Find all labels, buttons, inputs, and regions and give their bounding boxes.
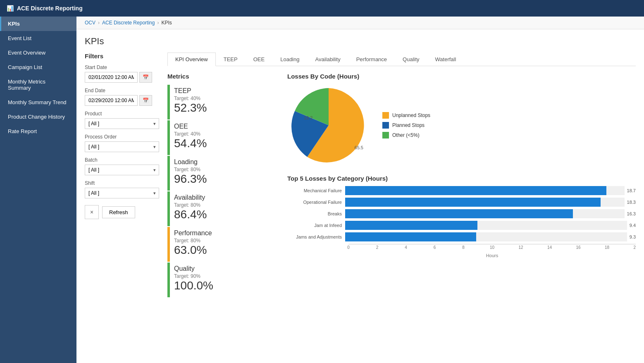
start-date-calendar-button[interactable]: 📅 xyxy=(139,72,152,83)
pie-chart-section: Losses By Code (Hours) xyxy=(287,73,636,167)
metric-info: TEEPTarget: 40%52.3% xyxy=(174,85,279,119)
x-axis-tick: 16 xyxy=(576,245,580,250)
bar-value: 9.4 xyxy=(630,223,636,228)
batch-group: Batch [ All ] xyxy=(85,157,159,175)
breadcrumb-item-2: KPIs xyxy=(161,20,172,26)
metric-name: Loading xyxy=(174,158,279,166)
charts-panel: Losses By Code (Hours) xyxy=(287,73,636,356)
metric-value: 52.3% xyxy=(174,101,279,115)
metric-info: QualityTarget: 90%100.0% xyxy=(174,263,279,297)
metric-row: LoadingTarget: 80%96.3% xyxy=(167,156,279,191)
tab-waterfall[interactable]: Waterfall xyxy=(427,53,464,66)
breadcrumb-item-1[interactable]: ACE Discrete Reporting xyxy=(102,20,155,26)
legend-item: Other (<5%) xyxy=(382,132,430,139)
pie-chart: 19.2 65.5 xyxy=(287,84,370,167)
sidebar-item-event-overview[interactable]: Event Overview xyxy=(0,45,76,60)
start-date-input[interactable] xyxy=(85,72,138,83)
legend-color-orange xyxy=(382,112,389,119)
breadcrumb-separator: › xyxy=(98,20,100,26)
legend-label: Unplanned Stops xyxy=(392,112,430,118)
breadcrumb-separator: › xyxy=(157,20,159,26)
tabs-bar: KPI OverviewTEEPOEELoadingAvailabilityPe… xyxy=(167,53,636,66)
metric-value: 63.0% xyxy=(174,244,279,257)
metric-info: OEETarget: 40%54.4% xyxy=(174,120,279,155)
start-date-label: Start Date xyxy=(85,64,159,70)
metric-name: OEE xyxy=(174,123,279,130)
end-date-group: End Date 📅 xyxy=(85,88,159,106)
legend-item: Unplanned Stops xyxy=(382,112,430,119)
bar-label: Operational Failure xyxy=(287,200,345,205)
page-content: KPIs Filters Start Date 📅 End Date xyxy=(76,29,644,363)
legend-item: Planned Stops xyxy=(382,122,430,129)
sidebar-item-monthly-summary-trend[interactable]: Monthly Summary Trend xyxy=(0,95,76,110)
pie-label-65: 65.5 xyxy=(355,145,363,150)
bar-row: Operational Failure18.3 xyxy=(287,198,636,207)
bar-row: Jams and Adjustments9.3 xyxy=(287,232,636,241)
tab-loading[interactable]: Loading xyxy=(272,53,307,66)
sidebar-item-monthly-metrics-summary[interactable]: Monthly Metrics Summary xyxy=(0,74,76,95)
x-axis-tick: 12 xyxy=(518,245,523,250)
clear-button[interactable]: × xyxy=(85,205,99,219)
x-axis-tick: 10 xyxy=(490,245,494,250)
kpi-main: KPI OverviewTEEPOEELoadingAvailabilityPe… xyxy=(167,53,636,356)
sidebar-item-event-list[interactable]: Event List xyxy=(0,31,76,45)
metric-indicator-bar xyxy=(167,227,170,262)
metric-row: OEETarget: 40%54.4% xyxy=(167,120,279,155)
app-icon: 📊 xyxy=(7,5,14,12)
metric-indicator-bar xyxy=(167,85,170,119)
tab-teep[interactable]: TEEP xyxy=(216,53,246,66)
process-order-label: Process Order xyxy=(85,134,159,140)
bar-label: Jams and Adjustments xyxy=(287,234,345,239)
metric-value: 96.3% xyxy=(174,172,279,186)
metric-name: Quality xyxy=(174,265,279,272)
metric-indicator-bar xyxy=(167,191,170,226)
metric-target: Target: 90% xyxy=(174,273,279,279)
sidebar-item-kpis[interactable]: KPIs xyxy=(0,17,76,31)
refresh-button[interactable]: Refresh xyxy=(102,206,135,218)
shift-select[interactable]: [ All ] xyxy=(85,188,159,198)
shift-label: Shift xyxy=(85,180,159,186)
end-date-calendar-button[interactable]: 📅 xyxy=(139,95,152,106)
filters-title: Filters xyxy=(85,53,159,60)
metrics-panel: Metrics TEEPTarget: 40%52.3%OEETarget: 4… xyxy=(167,73,279,356)
x-axis-tick: 14 xyxy=(547,245,552,250)
bar-chart-title: Top 5 Losses by Category (Hours) xyxy=(287,175,636,182)
tab-quality[interactable]: Quality xyxy=(395,53,427,66)
bar-track xyxy=(345,198,625,207)
sidebar-item-product-change-history[interactable]: Product Change History xyxy=(0,110,76,124)
sidebar-item-campaign-list[interactable]: Campaign List xyxy=(0,60,76,74)
metric-info: PerformanceTarget: 80%63.0% xyxy=(174,227,279,262)
tab-kpi-overview[interactable]: KPI Overview xyxy=(167,53,216,66)
metric-target: Target: 40% xyxy=(174,96,279,101)
sidebar-item-rate-report[interactable]: Rate Report xyxy=(0,124,76,139)
batch-label: Batch xyxy=(85,157,159,163)
metric-info: AvailabilityTarget: 80%86.4% xyxy=(174,191,279,226)
tab-availability[interactable]: Availability xyxy=(307,53,348,66)
content-body: Filters Start Date 📅 End Date 📅 xyxy=(85,53,636,356)
start-date-group: Start Date 📅 xyxy=(85,64,159,83)
x-axis-tick: 18 xyxy=(605,245,609,250)
metric-indicator-bar xyxy=(167,120,170,155)
product-select[interactable]: [ All ] xyxy=(85,118,159,129)
legend-label: Planned Stops xyxy=(392,122,425,128)
metric-row: TEEPTarget: 40%52.3% xyxy=(167,85,279,119)
metric-name: Availability xyxy=(174,194,279,201)
metric-target: Target: 80% xyxy=(174,202,279,208)
metric-target: Target: 40% xyxy=(174,131,279,137)
metric-row: QualityTarget: 90%100.0% xyxy=(167,263,279,297)
end-date-input[interactable] xyxy=(85,95,138,106)
process-order-select[interactable]: [ All ] xyxy=(85,141,159,152)
breadcrumb: OCV›ACE Discrete Reporting›KPIs xyxy=(76,17,644,29)
filters-panel: Filters Start Date 📅 End Date 📅 xyxy=(85,53,159,356)
legend-color-green xyxy=(382,132,389,139)
filter-actions: × Refresh xyxy=(85,205,159,219)
bar-value: 16.3 xyxy=(627,211,636,216)
pie-legend: Unplanned StopsPlanned StopsOther (<5%) xyxy=(382,112,430,139)
tab-oee[interactable]: OEE xyxy=(246,53,272,66)
bar-track xyxy=(345,186,625,195)
tab-performance[interactable]: Performance xyxy=(348,53,395,66)
bar-label: Jam at Infeed xyxy=(287,223,345,228)
x-axis: 02468101214161820 xyxy=(348,244,636,252)
batch-select[interactable]: [ All ] xyxy=(85,165,159,175)
breadcrumb-item-0[interactable]: OCV xyxy=(85,20,95,26)
